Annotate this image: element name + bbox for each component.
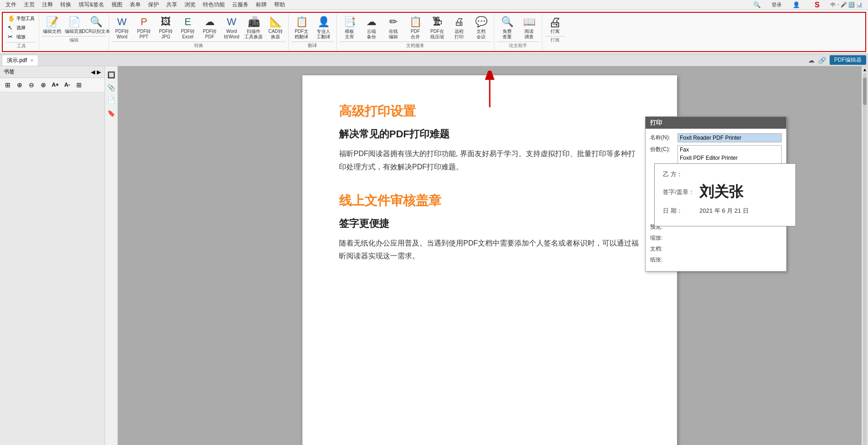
left-icon-1[interactable]: 🔲	[106, 70, 116, 80]
tools-label: 工具	[6, 42, 36, 49]
menu-item-home[interactable]: 主页	[20, 0, 38, 10]
pdf-merge-btn[interactable]: 📋 PDF合并	[405, 15, 425, 41]
cad-icon: 📐	[269, 16, 282, 28]
menu-item-annotate[interactable]: 注释	[38, 0, 57, 10]
menu-item-convert[interactable]: 转换	[57, 0, 75, 10]
sidebar-tool-3[interactable]: ⊖	[26, 80, 37, 90]
cloud-icon[interactable]: ☁	[808, 57, 815, 64]
print-paper-row: 纸张:	[650, 256, 782, 264]
sidebar-font-decrease[interactable]: A-	[62, 80, 72, 90]
left-icons-panel: 🔲 📎 📄 🔖	[105, 66, 118, 445]
tab-演示-pdf[interactable]: 演示.pdf ×	[2, 55, 38, 66]
search-icon[interactable]: 🔍	[750, 0, 764, 9]
online-edit-icon: ✏	[387, 16, 400, 28]
edit-doc-icon: 📝	[46, 16, 58, 28]
pdf-compress-btn[interactable]: 🗜 PDF在线压缩	[427, 15, 447, 41]
remote-print-icon: 🖨	[453, 16, 466, 28]
signature-area: 乙 方： 签字/盖章： 刘关张 日 期： 2021 年 6 月 21 日	[654, 163, 796, 226]
edit-page-btn[interactable]: 📄 编辑页面	[64, 15, 84, 35]
select-tool-btn[interactable]: ↖ 选择	[6, 24, 36, 32]
pdf-to-jpg-btn[interactable]: 🖼 PDF转JPG	[156, 15, 176, 41]
cloud-to-pdf-btn[interactable]: ☁ PDF转PDF	[200, 15, 220, 41]
tab-close-btn[interactable]: ×	[31, 58, 33, 63]
sidebar-next-icon[interactable]: ▶	[97, 69, 101, 75]
pdf-editor-button[interactable]: PDF编辑器	[830, 55, 866, 65]
printer-foxit-editor[interactable]: Foxit PDF Editor Printer	[678, 154, 781, 162]
pdf-to-word-btn[interactable]: W PDF转Word	[112, 15, 132, 41]
menu-item-view[interactable]: 视图	[108, 0, 126, 10]
hand-icon: ✋	[8, 15, 15, 22]
left-icon-4[interactable]: 🔖	[106, 108, 116, 118]
word-to-word-btn[interactable]: W Word转Word	[222, 15, 242, 41]
print-dialog-header: 打印	[646, 117, 786, 129]
pdf-jpg-icon: 🖼	[159, 16, 172, 28]
pdf-translate-btn[interactable]: 📋 PDF文档翻译	[291, 15, 312, 41]
section1-body: 福昕PDF阅读器拥有强大的打印功能, 界面友好易于学习。支持虚拟打印、批量打印等…	[339, 147, 640, 174]
convert-label: 转换	[112, 42, 286, 49]
menu-item-form[interactable]: 表单	[126, 0, 144, 10]
print-label: 打寓	[545, 36, 565, 43]
printer-fax[interactable]: Fax	[678, 146, 781, 154]
menu-item-sign[interactable]: 填写&签名	[75, 0, 108, 10]
sidebar-font-increase[interactable]: A+	[50, 80, 60, 90]
ribbon: ✋ 手型工具 ↖ 选择 ✂ 缩放 工具	[0, 10, 868, 54]
left-icon-2[interactable]: 📎	[106, 83, 116, 93]
account-icon[interactable]: 👤	[789, 0, 804, 9]
template-icon: 📑	[343, 16, 356, 28]
menu-item-browse[interactable]: 浏览	[181, 0, 199, 10]
menu-item-cloud[interactable]: 云服务	[228, 0, 252, 10]
left-icon-3[interactable]: 📄	[106, 95, 116, 105]
section2-subtitle: 签字更便捷	[339, 217, 640, 230]
reading-survey-btn[interactable]: 📖 阅读调查	[519, 15, 539, 41]
print-selected-printer[interactable]: Foxit Reader PDF Printer	[677, 133, 782, 142]
professional-translate-btn[interactable]: 👤 专业人工翻译	[313, 15, 333, 41]
remote-print-btn[interactable]: 🖨 远程打印	[449, 15, 469, 41]
menu-item-billboard[interactable]: 标牌	[252, 0, 270, 10]
menu-item-help[interactable]: 帮助	[270, 0, 289, 10]
print-icon: 🖨	[549, 16, 561, 28]
online-edit-btn[interactable]: ✏ 在线编辑	[383, 15, 403, 41]
pro-translate-icon: 👤	[317, 16, 330, 28]
menu-item-special[interactable]: 特色功能	[199, 0, 228, 10]
sidebar-title: 书签	[4, 68, 15, 76]
doc-meeting-btn[interactable]: 💬 文档会议	[471, 15, 491, 41]
sidebar-prev-icon[interactable]: ◀	[91, 69, 95, 75]
section1-title: 高级打印设置	[339, 103, 640, 120]
menu-item-file[interactable]: 文件	[2, 0, 20, 10]
ribbon-print-section: 🖨 打寓 打寓	[542, 14, 568, 50]
ribbon-assistant-section: 🔍 免费查重 📖 阅读调查 论文助手	[494, 14, 542, 50]
scroll-up-btn[interactable]: ▲	[863, 67, 867, 72]
sidebar-tool-4[interactable]: ⊕	[38, 80, 48, 90]
scan-icon: 📠	[247, 16, 260, 28]
scroll-thumb[interactable]	[863, 78, 867, 105]
print-zoom-label: 缩放:	[650, 234, 677, 242]
pdf-to-excel-btn[interactable]: E PDF转Excel	[178, 15, 198, 41]
scrollbar[interactable]: ▲ ▼	[862, 66, 868, 445]
main-layout: 书签 ◀ ▶ ⊞ ⊕ ⊖ ⊕ A+ A- ⊞ 🔲 📎 📄 🔖	[0, 66, 868, 445]
sig-label: 签字/盖章：	[663, 188, 699, 196]
pdf-to-ppt-btn[interactable]: P PDF转PPT	[134, 15, 154, 41]
free-check-btn[interactable]: 🔍 免费查重	[497, 15, 517, 41]
edit-doc-btn[interactable]: 📝 编辑文档	[42, 15, 62, 35]
scan-btn[interactable]: 📠 扫描件工具换器	[243, 15, 264, 41]
sidebar-tool-2[interactable]: ⊕	[15, 80, 25, 90]
print-name-label: 名称(N):	[650, 133, 677, 141]
print-paper-label: 纸张:	[650, 256, 677, 264]
ocr-btn[interactable]: 🔍 OCR识别文本	[86, 15, 106, 35]
menu-item-protect[interactable]: 保护	[144, 0, 163, 10]
pdf-compress-icon: 🗜	[431, 16, 444, 28]
cad-btn[interactable]: 📐 CAD转换器	[265, 15, 286, 41]
sig-name: 刘关张	[699, 182, 743, 202]
ribbon-tools-section: ✋ 手型工具 ↖ 选择 ✂ 缩放 工具	[4, 14, 39, 50]
login-btn[interactable]: 登录	[768, 0, 785, 9]
sidebar-tool-1[interactable]: ⊞	[3, 80, 13, 90]
template-btn[interactable]: 📑 模板文库	[339, 15, 360, 41]
menu-item-share[interactable]: 共享	[163, 0, 181, 10]
free-check-icon: 🔍	[501, 16, 513, 28]
crop-tool-btn[interactable]: ✂ 缩放	[6, 33, 36, 41]
hand-tool-btn[interactable]: ✋ 手型工具	[6, 15, 36, 23]
sidebar-tool-7[interactable]: ⊞	[74, 80, 84, 90]
share-icon[interactable]: 🔗	[818, 57, 826, 64]
cloud-backup-btn[interactable]: ☁ 云端备份	[361, 15, 381, 41]
print-btn[interactable]: 🖨 打寓	[545, 15, 565, 35]
